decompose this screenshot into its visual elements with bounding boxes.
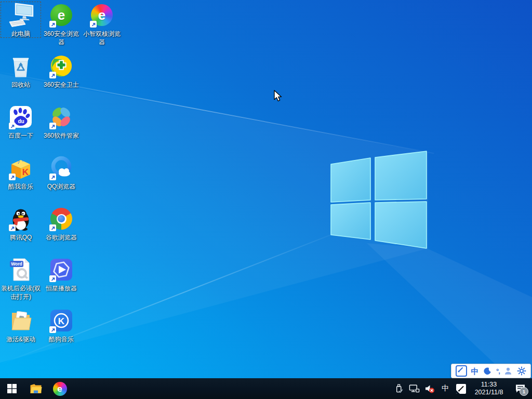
desktop-icon-label: 酷我音乐 — [1, 182, 41, 191]
ime-fullwidth-moon-icon[interactable] — [483, 366, 492, 376]
svg-text:♪: ♪ — [22, 157, 24, 163]
desktop-icon-label: 小智双核浏览器 — [82, 30, 122, 46]
shortcut-arrow-icon — [90, 21, 97, 28]
desktop-icon-google-chrome[interactable]: 谷歌浏览器 — [41, 205, 82, 242]
folder-icon — [8, 308, 33, 333]
shortcut-arrow-icon — [49, 123, 56, 129]
desktop-icon-360-safeguard[interactable]: 360安全卫士 — [41, 52, 82, 89]
shortcut-arrow-icon — [49, 224, 56, 231]
ime-toolbar: 中 °, — [451, 364, 531, 378]
desktop-icon-xiaozhi-browser[interactable]: e 小智双核浏览器 — [82, 2, 122, 46]
desktop-icon-this-pc[interactable]: 此电脑 — [1, 2, 41, 38]
shortcut-arrow-icon — [9, 224, 16, 231]
svg-text:Word: Word — [11, 261, 22, 267]
ime-settings-gear-icon[interactable] — [517, 366, 526, 376]
svg-text:K: K — [22, 167, 29, 177]
shortcut-arrow-icon — [9, 123, 16, 129]
desktop-wallpaper[interactable]: 此电脑 e 360安全浏览器 e 小智双核浏览器 — [0, 0, 532, 399]
shortcut-arrow-icon — [49, 21, 56, 28]
tray-date: 2021/11/8 — [471, 389, 507, 396]
desktop-icon-qq-browser[interactable]: QQ浏览器 — [41, 154, 82, 191]
desktop-icon-label: 360安全浏览器 — [41, 30, 82, 46]
svg-text:♪: ♪ — [17, 158, 20, 165]
desktop-icon-label: 酷狗音乐 — [41, 335, 82, 343]
desktop-icon-label: 百度一下 — [1, 131, 41, 140]
desktop-icon-baidu[interactable]: du 百度一下 — [1, 103, 41, 140]
ime-tray-icon[interactable] — [455, 378, 467, 399]
volume-muted-icon[interactable] — [424, 378, 435, 399]
system-tray: 中 11:33 2021/11/8 1 — [393, 378, 532, 399]
taskbar-file-explorer-button[interactable] — [24, 378, 48, 399]
desktop-icon-label: QQ浏览器 — [41, 182, 82, 191]
svg-text:K: K — [58, 316, 65, 326]
desktop-icon-kuwo-music[interactable]: K ♪ ♪ 酷我音乐 — [1, 154, 41, 191]
windows-start-icon — [7, 384, 17, 393]
desktop-icon-tencent-qq[interactable]: 腾讯QQ — [1, 205, 41, 242]
wallpaper-light-beam — [0, 232, 337, 366]
recycle-bin-icon — [8, 54, 33, 78]
ime-punctuation-icon[interactable]: °, — [496, 368, 500, 375]
desktop-icon-driver-folder[interactable]: 激活&驱动 — [1, 307, 41, 343]
taskbar-browser-360-button[interactable]: e — [48, 378, 72, 399]
file-explorer-icon — [29, 381, 43, 396]
windows-logo — [326, 147, 430, 250]
desktop-icon-label: 360软件管家 — [41, 131, 82, 140]
desktop-icon-star-player[interactable]: 恒星播放器 — [41, 256, 82, 292]
ime-logo-icon[interactable] — [456, 365, 467, 377]
taskbar: e — [0, 378, 532, 399]
browser-360-icon: e — [53, 382, 67, 396]
shortcut-arrow-icon — [9, 174, 16, 180]
desktop-icon-360-software-manager[interactable]: 360软件管家 — [41, 103, 82, 140]
this-pc-icon — [7, 2, 34, 29]
desktop-icon-kugou-music[interactable]: K 酷狗音乐 — [41, 307, 82, 343]
action-center-button[interactable]: 1 — [511, 378, 529, 399]
notification-count-badge: 1 — [520, 387, 528, 396]
desktop-icon-360-secure-browser[interactable]: e 360安全浏览器 — [41, 2, 82, 46]
start-button[interactable] — [0, 378, 24, 399]
desktop-icon-readme-doc[interactable]: Word 装机后必读(双击打开) — [1, 256, 41, 301]
desktop-icon-label: 恒星播放器 — [41, 284, 82, 292]
desktop-icon-label: 装机后必读(双击打开) — [1, 284, 41, 301]
shortcut-arrow-icon — [49, 174, 56, 180]
svg-text:du: du — [18, 118, 24, 124]
mouse-cursor — [273, 90, 284, 102]
desktop-icon-label: 回收站 — [1, 81, 41, 89]
desktop-icon-label: 腾讯QQ — [1, 233, 41, 242]
desktop-icon-label: 360安全卫士 — [41, 81, 82, 89]
tray-language-indicator[interactable]: 中 — [440, 378, 451, 399]
tray-time: 11:33 — [471, 381, 507, 389]
desktop-icon-recycle-bin[interactable]: 回收站 — [1, 52, 41, 89]
tray-clock[interactable]: 11:33 2021/11/8 — [471, 381, 507, 396]
shortcut-arrow-icon — [49, 72, 56, 78]
shortcut-arrow-icon — [49, 326, 56, 333]
usb-device-icon[interactable] — [393, 378, 404, 399]
word-document-icon: Word — [8, 257, 33, 282]
desktop-icon-label: 此电脑 — [1, 30, 41, 38]
ime-user-icon[interactable] — [503, 366, 513, 376]
ime-chinese-mode-icon[interactable]: 中 — [471, 367, 478, 375]
desktop-icon-label: 谷歌浏览器 — [41, 233, 82, 242]
network-ethernet-icon[interactable] — [408, 378, 420, 399]
shortcut-arrow-icon — [49, 275, 56, 282]
desktop-icon-label: 激活&驱动 — [1, 335, 41, 343]
